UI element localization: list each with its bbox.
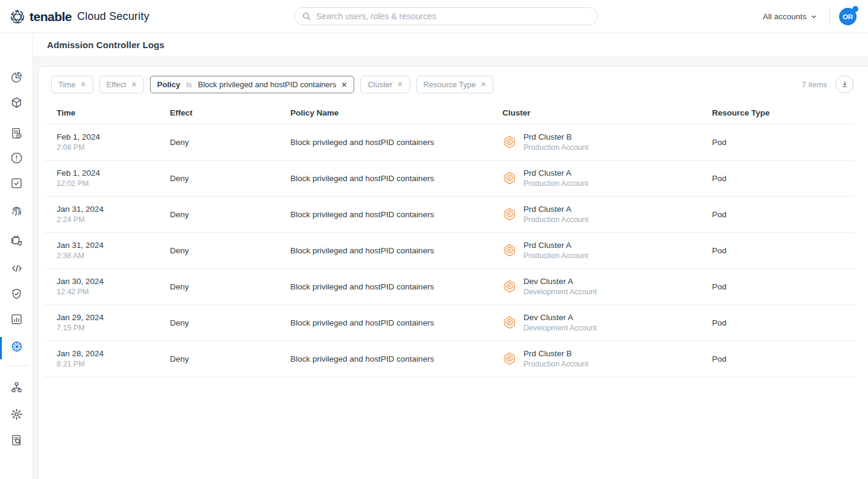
svg-text:K: K (508, 356, 511, 360)
code-icon (10, 262, 23, 277)
log-date: Jan 29, 2024 (57, 312, 170, 323)
sidebar-nav (0, 33, 33, 479)
chip-shield-icon (10, 234, 23, 250)
filter-chip-resource-type[interactable]: Resource Type ✕ (416, 76, 493, 93)
log-resource-type: Pod (712, 246, 854, 256)
document-search-icon (10, 434, 23, 449)
global-search[interactable] (294, 7, 598, 25)
download-icon (840, 80, 849, 89)
log-time: 2:08 PM (57, 143, 170, 153)
sidebar-item-inventory[interactable] (0, 91, 33, 116)
cube-icon (10, 96, 23, 111)
filter-chip-time[interactable]: Time ✕ (51, 76, 93, 93)
col-header-resource-type: Resource Type (712, 108, 854, 117)
top-header: tenable Cloud Security All accounts OR (0, 0, 868, 33)
table-body: Feb 1, 2024 2:08 PM Deny Block privilege… (45, 125, 854, 377)
log-account-name: Production Account (523, 143, 589, 153)
svg-text:K: K (508, 176, 511, 180)
log-time: 8:21 PM (57, 359, 170, 369)
brand-name: tenable (30, 10, 72, 24)
sidebar-item-settings[interactable] (0, 403, 33, 427)
kubernetes-cluster-icon: K (502, 315, 517, 330)
sidebar-divider (5, 365, 28, 366)
log-resource-type: Pod (712, 173, 854, 184)
log-account-name: Production Account (523, 179, 589, 189)
table-row[interactable]: Jan 28, 2024 8:21 PM Deny Block privileg… (45, 341, 854, 377)
page-title: Admission Controller Logs (47, 40, 164, 50)
sidebar-item-kubernetes[interactable] (0, 336, 33, 360)
log-time: 7:15 PM (57, 323, 170, 333)
main-content: Admission Controller Logs Time ✕ Effect … (33, 33, 868, 479)
close-icon[interactable]: ✕ (341, 81, 347, 88)
avatar[interactable]: OR (839, 8, 857, 25)
sidebar-item-compliance[interactable] (0, 172, 33, 196)
col-header-policy-name: Policy Name (290, 108, 502, 117)
sidebar-item-policies[interactable] (0, 283, 33, 307)
log-date: Jan 31, 2024 (57, 204, 170, 215)
kubernetes-helm-icon (10, 340, 23, 356)
kubernetes-cluster-icon: K (502, 279, 517, 294)
gear-icon (10, 408, 23, 423)
checkbox-check-icon (10, 177, 23, 192)
bar-chart-icon (10, 313, 23, 328)
sidebar-item-identity[interactable] (0, 200, 33, 224)
col-header-effect: Effect (170, 108, 290, 117)
sidebar-item-reports[interactable] (0, 122, 33, 146)
filter-bar: Time ✕ Effect ✕ Policy is Block privileg… (39, 67, 868, 102)
sidebar-item-workload-protection[interactable] (0, 230, 33, 254)
log-date: Feb 1, 2024 (57, 168, 170, 179)
close-icon[interactable]: ✕ (80, 81, 86, 88)
log-cluster-name: Prd Cluster B (523, 348, 589, 359)
log-account-name: Production Account (523, 251, 589, 261)
filter-chip-label: Effect (107, 80, 126, 89)
log-effect: Deny (170, 354, 290, 365)
logs-card: Time ✕ Effect ✕ Policy is Block privileg… (38, 66, 868, 479)
filter-value: Block privileged and hostPID containers (198, 80, 337, 89)
log-effect: Deny (170, 173, 290, 184)
sidebar-item-dashboard[interactable] (0, 66, 33, 90)
sidebar-item-org-hierarchy[interactable] (0, 376, 33, 400)
table-row[interactable]: Feb 1, 2024 2:08 PM Deny Block privilege… (45, 125, 854, 161)
close-icon[interactable]: ✕ (481, 81, 486, 88)
pie-chart-icon (10, 71, 23, 86)
log-resource-type: Pod (712, 318, 854, 329)
filter-chip-cluster[interactable]: Cluster ✕ (360, 76, 410, 93)
download-button[interactable] (835, 75, 854, 93)
brand-logo[interactable]: tenable Cloud Security (10, 0, 149, 33)
table-row[interactable]: Jan 31, 2024 2:38 AM Deny Block privileg… (45, 233, 854, 269)
log-cluster-name: Dev Cluster A (523, 276, 597, 287)
log-time: 12:02 PM (57, 179, 170, 189)
filter-chip-effect[interactable]: Effect ✕ (99, 76, 144, 93)
table-row[interactable]: Feb 1, 2024 12:02 PM Deny Block privileg… (45, 161, 854, 197)
log-effect: Deny (170, 282, 290, 292)
tenable-logo-icon (10, 9, 25, 25)
close-icon[interactable]: ✕ (398, 81, 403, 88)
log-cluster-name: Prd Cluster B (523, 132, 589, 143)
close-icon[interactable]: ✕ (131, 81, 137, 88)
kubernetes-cluster-icon: K (502, 207, 517, 221)
table-row[interactable]: Jan 29, 2024 7:15 PM Deny Block privileg… (45, 305, 854, 341)
brand-suffix: Cloud Security (77, 10, 149, 23)
header-divider (829, 8, 830, 25)
log-resource-type: Pod (712, 354, 854, 365)
log-policy-name: Block privileged and hostPID containers (290, 173, 502, 184)
log-resource-type: Pod (712, 282, 854, 292)
log-time: 2:24 PM (57, 215, 170, 225)
log-effect: Deny (170, 137, 290, 148)
filter-operator: is (186, 80, 192, 89)
account-selector[interactable]: All accounts (763, 0, 817, 33)
table-row[interactable]: Jan 31, 2024 2:24 PM Deny Block privileg… (45, 197, 854, 233)
filter-chip-label: Resource Type (423, 80, 476, 89)
account-selector-label: All accounts (763, 12, 807, 21)
search-input[interactable] (316, 11, 590, 21)
sidebar-item-analytics[interactable] (0, 308, 33, 332)
sidebar-item-iac[interactable] (0, 258, 33, 282)
sidebar-item-audit-logs[interactable] (0, 429, 33, 453)
table-row[interactable]: Jan 30, 2024 12:42 PM Deny Block privile… (45, 269, 854, 305)
svg-text:K: K (508, 320, 511, 324)
log-cluster-name: Prd Cluster A (523, 168, 589, 179)
sidebar-item-findings[interactable] (0, 147, 33, 171)
kubernetes-cluster-icon: K (502, 243, 517, 258)
log-effect: Deny (170, 246, 290, 256)
filter-chip-policy[interactable]: Policy is Block privileged and hostPID c… (150, 76, 355, 93)
